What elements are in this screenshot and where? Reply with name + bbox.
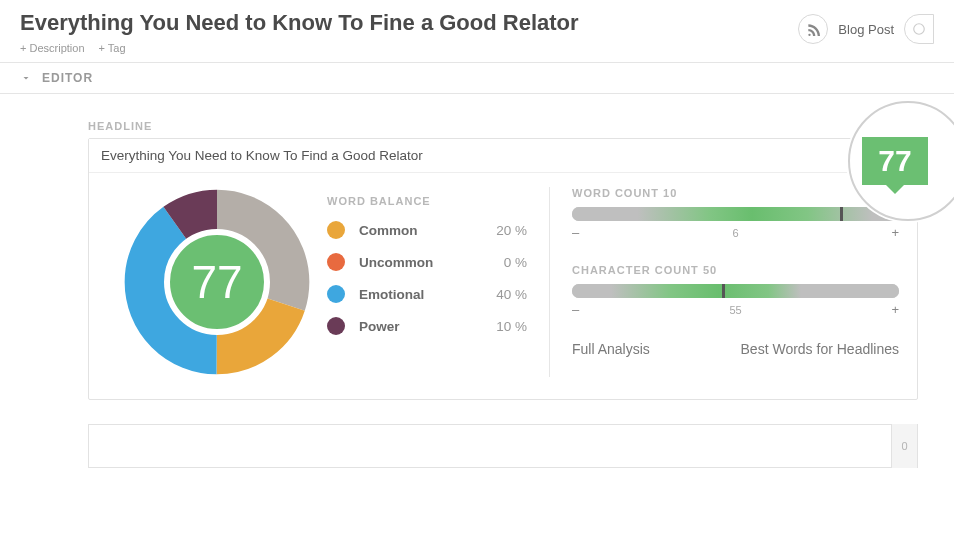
magnified-score-tab: 77 bbox=[862, 137, 928, 185]
gauge-mid-label: 55 bbox=[572, 304, 899, 316]
legend-name: Power bbox=[359, 319, 483, 334]
legend-value: 40 % bbox=[483, 287, 527, 302]
legend-name: Emotional bbox=[359, 287, 483, 302]
dot-icon bbox=[327, 253, 345, 271]
editor-section-bar[interactable]: EDITOR bbox=[0, 63, 954, 94]
word-balance-label: WORD BALANCE bbox=[327, 195, 527, 207]
editor-body-area[interactable]: 0 bbox=[88, 424, 918, 468]
chevron-up-icon bbox=[20, 72, 32, 84]
score-donut-chart: 77 bbox=[122, 187, 312, 377]
page-title: Everything You Need to Know To Fine a Go… bbox=[20, 10, 798, 36]
legend-name: Common bbox=[359, 223, 483, 238]
full-analysis-link[interactable]: Full Analysis bbox=[572, 341, 650, 357]
best-words-link[interactable]: Best Words for Headlines bbox=[741, 341, 899, 357]
gauge-mid-label: 6 bbox=[572, 227, 899, 239]
svg-point-0 bbox=[914, 24, 925, 35]
legend-row-uncommon[interactable]: Uncommon 0 % bbox=[327, 253, 527, 271]
dot-icon bbox=[327, 285, 345, 303]
word-balance-legend: WORD BALANCE Common 20 % Uncommon 0 % Em… bbox=[327, 187, 527, 377]
headline-analyzer-panel: 77 WORD BALANCE Common 20 % Uncommon 0 % bbox=[88, 138, 918, 400]
add-tag-link[interactable]: + Tag bbox=[99, 42, 126, 54]
dot-icon bbox=[327, 221, 345, 239]
editor-canvas: HEADLINE 77 bbox=[0, 94, 954, 488]
dot-icon bbox=[327, 317, 345, 335]
editor-body-count: 0 bbox=[891, 424, 917, 468]
word-count-gauge bbox=[572, 207, 899, 221]
add-description-link[interactable]: + Description bbox=[20, 42, 85, 54]
legend-row-emotional[interactable]: Emotional 40 % bbox=[327, 285, 527, 303]
char-count-label: CHARACTER COUNT 50 bbox=[572, 264, 899, 276]
legend-name: Uncommon bbox=[359, 255, 483, 270]
rss-icon[interactable] bbox=[798, 14, 828, 44]
options-button[interactable] bbox=[904, 14, 934, 44]
headline-score-value: 77 bbox=[164, 229, 270, 335]
legend-value: 20 % bbox=[483, 223, 527, 238]
char-count-gauge bbox=[572, 284, 899, 298]
vertical-divider bbox=[549, 187, 550, 377]
legend-row-common[interactable]: Common 20 % bbox=[327, 221, 527, 239]
page-header: Everything You Need to Know To Fine a Go… bbox=[0, 0, 954, 63]
headline-label: HEADLINE bbox=[88, 120, 934, 132]
legend-row-power[interactable]: Power 10 % bbox=[327, 317, 527, 335]
headline-input[interactable] bbox=[89, 139, 917, 173]
legend-value: 10 % bbox=[483, 319, 527, 334]
post-type-label[interactable]: Blog Post bbox=[838, 22, 894, 37]
word-count-label: WORD COUNT 10 bbox=[572, 187, 899, 199]
editor-section-label: EDITOR bbox=[42, 71, 93, 85]
legend-value: 0 % bbox=[483, 255, 527, 270]
